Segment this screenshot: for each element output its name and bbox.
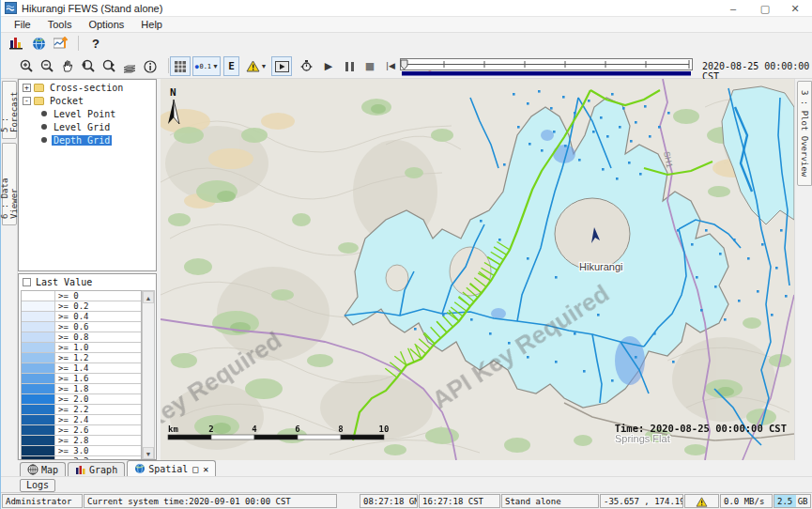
bottom-tab-bar: Map Graph Spatial □ ✕ (1, 460, 812, 476)
menu-help[interactable]: Help (133, 18, 170, 31)
scroll-down-icon[interactable]: ▼ (143, 447, 154, 459)
timeline-slider[interactable] (400, 57, 697, 76)
tab-data-viewer[interactable]: 6 : Data Viewer (2, 143, 17, 225)
legend-color-swatch (22, 415, 55, 424)
contour-interval-dropdown[interactable]: ●0.1▼ (192, 56, 221, 76)
legend-class-label: >= 0.4 (55, 312, 141, 321)
tab-plot-overview[interactable]: 3 : Plot Overview (797, 81, 812, 186)
legend-color-swatch (22, 291, 55, 301)
menu-file[interactable]: File (7, 18, 38, 31)
menu-tools[interactable]: Tools (40, 18, 80, 31)
zoom-out-icon[interactable] (37, 56, 57, 76)
timeseries-display-icon[interactable] (50, 34, 72, 53)
last-value-checkbox[interactable] (23, 278, 31, 286)
legend-class-label: >= 2.0 (55, 394, 141, 404)
legend-color-swatch (22, 394, 55, 404)
legend-class-label: >= 1.4 (55, 363, 141, 373)
bar-chart-icon (75, 465, 86, 475)
zoom-previous-icon[interactable] (78, 56, 99, 76)
maximize-button[interactable]: ▢ (751, 0, 779, 17)
step-back-button[interactable]: |◀ (380, 56, 401, 76)
legend-color-swatch (22, 363, 55, 373)
help-button[interactable]: ? (84, 34, 107, 53)
bullet-icon (41, 124, 47, 130)
toolbar-separator (168, 58, 169, 73)
layers-icon[interactable] (119, 56, 140, 76)
scale-unit: km (168, 424, 178, 434)
pause-button[interactable] (339, 56, 360, 76)
legend-class-label: >= 2.8 (55, 436, 141, 445)
legend-color-swatch (22, 332, 55, 342)
legend-row[interactable]: >= 1.8 (22, 384, 141, 394)
legend-row[interactable]: >= 2.2 (22, 405, 141, 415)
legend-row[interactable]: >= 0 (22, 291, 141, 301)
last-value-label: Last Value (36, 277, 92, 287)
tab-spatial[interactable]: Spatial □ ✕ (127, 460, 216, 476)
zoom-next-icon[interactable] (99, 56, 119, 76)
chevron-down-icon: ▼ (212, 63, 219, 69)
scroll-up-icon[interactable]: ▲ (143, 291, 154, 303)
left-panel: +Cross-section-PocketLevel PointLevel Gr… (18, 79, 157, 460)
warning-icon (696, 497, 708, 507)
animation-panel-button[interactable] (271, 56, 292, 76)
legend-row[interactable]: >= 0.2 (22, 301, 141, 312)
stop-button[interactable]: ■ (360, 56, 380, 76)
legend-row[interactable]: >= 0.8 (22, 332, 141, 343)
pan-hand-icon[interactable] (57, 56, 78, 76)
spatial-display-icon[interactable] (27, 34, 50, 53)
legend-toggle-label: E (228, 60, 235, 72)
legend-scrollbar[interactable]: ▲ ▼ (142, 290, 155, 460)
menu-options[interactable]: Options (81, 18, 131, 31)
legend-row[interactable]: >= 1.6 (22, 374, 141, 384)
status-warning[interactable] (684, 494, 719, 508)
collapse-icon[interactable]: - (23, 97, 31, 105)
tree-item-level-point[interactable]: Level Point (19, 108, 156, 119)
bullet-icon (41, 111, 47, 116)
legend-class-label: >= 0.2 (55, 301, 141, 311)
grid-toggle-icon[interactable] (170, 56, 191, 76)
status-gmt-time: 08:27:18 GMT (360, 494, 418, 508)
app-logo-icon (5, 2, 17, 14)
tab-map[interactable]: Map (20, 462, 66, 476)
tab-logs[interactable]: Logs (20, 479, 55, 492)
town-label: Hikurangi (579, 261, 622, 272)
legend-row[interactable]: >= 0.4 (22, 312, 141, 322)
legend-row[interactable]: >= 2.4 (22, 415, 141, 425)
legend-row[interactable]: >= 1.4 (22, 363, 141, 374)
tree-item-pocket[interactable]: -Pocket (19, 95, 156, 106)
legend-toggle-button[interactable]: E (223, 56, 239, 76)
close-button[interactable]: ✕ (781, 0, 809, 17)
legend-row[interactable]: >= 1.0 (22, 343, 141, 353)
globe-icon (27, 464, 38, 475)
tree-item-cross-section[interactable]: +Cross-section (19, 82, 156, 93)
menu-bar: FileToolsOptionsHelp (1, 17, 812, 33)
tree-item-level-grid[interactable]: Level Grid (19, 121, 156, 132)
legend-row[interactable]: >= 2.6 (22, 425, 141, 436)
legend-class-label: >= 1.0 (55, 343, 141, 352)
place-label: Springs Flat (615, 433, 670, 444)
tab-close-icon[interactable]: ✕ (203, 464, 208, 474)
legend-row[interactable]: >= 2.8 (22, 436, 141, 446)
legend-row[interactable]: >= 2.0 (22, 394, 141, 405)
legend-color-swatch (22, 384, 55, 393)
legend-row[interactable]: >= 3.0 (22, 446, 141, 456)
animation-settings-icon[interactable] (296, 56, 316, 76)
play-button[interactable]: ▶ (318, 56, 339, 76)
legend-row[interactable]: >= 1.2 (22, 353, 141, 363)
info-icon[interactable] (140, 56, 161, 76)
data-display-icon[interactable] (5, 34, 27, 53)
legend-row[interactable]: >= 0.6 (22, 322, 141, 332)
tab-graph[interactable]: Graph (68, 462, 125, 476)
thresholds-dropdown[interactable]: ▼ (242, 56, 270, 76)
tree-item-depth-grid[interactable]: Depth Grid (19, 134, 156, 146)
zoom-in-icon[interactable] (16, 56, 37, 76)
legend-class-list: >= 0>= 0.2>= 0.4>= 0.6>= 0.8>= 1.0>= 1.2… (21, 290, 142, 460)
timeline-span-bar (402, 71, 691, 76)
legend-class-label: >= 1.6 (55, 374, 141, 383)
expand-icon[interactable]: + (23, 84, 31, 92)
minimize-button[interactable]: – (719, 0, 747, 17)
map-canvas[interactable]: API Key Required API Key Required N Hiku… (161, 79, 794, 460)
tab-maximize-icon[interactable]: □ (192, 464, 198, 474)
legend-color-swatch (22, 425, 55, 435)
tab-forecast[interactable]: 5 : Forecast (2, 81, 17, 139)
